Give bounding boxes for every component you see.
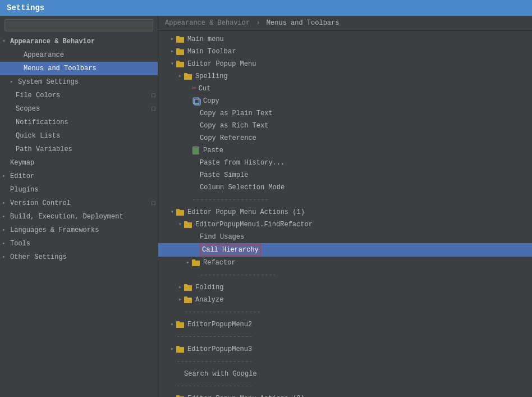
tree-row-copy-plain[interactable]: Copy as Plain Text [158,107,532,120]
sidebar-item-keymap[interactable]: Keymap [0,156,158,170]
tree-row-main-toolbar[interactable]: Main Toolbar [158,45,532,58]
svg-rect-7 [184,73,187,75]
breadcrumb: Appearance & Behavior › Menus and Toolba… [158,16,532,31]
sidebar-item-system-settings[interactable]: ▸ System Settings [0,75,158,89]
sidebar-item-quick-lists[interactable]: Quick Lists [0,129,158,143]
tree-row-column-selection[interactable]: Column Selection Mode [158,181,532,194]
sidebar-item-path-variables[interactable]: Path Variables [0,143,158,156]
arrow-refactor [184,257,192,268]
tree-row-call-hierarchy[interactable]: Call Hierarchy [158,243,532,257]
label-folding: Folding [195,282,223,293]
svg-rect-21 [184,296,187,299]
tree-row-copy-reference[interactable]: Copy Reference [158,132,532,144]
title-text: Settings [7,3,44,12]
svg-rect-3 [176,48,180,51]
arrow-editor-popup-menu [168,58,176,70]
label-editor-popup-actions2: Editor Popup Menu Actions (2) [187,393,305,397]
label-paste: Paste [203,145,223,156]
svg-rect-13 [176,209,180,211]
tree-row-editor-popup-actions2[interactable]: Editor Popup Menu Actions (2) [158,393,532,397]
tree-row-editor-popup-menu[interactable]: Editor Popup Menu [158,58,532,70]
arrow-editor-popup-menu3 [168,344,176,355]
label-cut: Cut [199,83,211,94]
arrow-spelling [176,71,184,82]
label-copy-rich: Copy as Rich Text [200,120,268,131]
sidebar-item-menus-toolbars[interactable]: Menus and Toolbars [0,62,158,75]
label-editor-popup-menu2: EditorPopupMenu2 [187,319,252,330]
tree-row-refactor[interactable]: Refactor [158,257,532,269]
label-main-toolbar: Main Toolbar [187,46,236,57]
breadcrumb-sep1: › [256,19,264,27]
paste-icon [192,146,201,155]
tree-row-copy-rich[interactable]: Copy as Rich Text [158,120,532,132]
copy-icon [192,97,201,106]
label-copy-plain: Copy as Plain Text [200,108,273,119]
label-editor-popup-menu: Editor Popup Menu [187,58,256,70]
label-spelling: Spelling [195,71,228,82]
tree-row-copy[interactable]: Copy [158,95,532,107]
sidebar-item-notifications[interactable]: Notifications [0,116,158,129]
folder-icon-main-menu [176,35,185,44]
tree-row-paste-simple[interactable]: Paste Simple [158,169,532,181]
sidebar-item-plugins[interactable]: Plugins [0,183,158,197]
arrow-system-settings: ▸ [10,76,18,88]
content-panel: Appearance & Behavior › Menus and Toolba… [158,16,532,397]
tree-row-search-google[interactable]: Search with Google [158,368,532,380]
arrow-main-toolbar [168,46,176,57]
tree-row-spelling[interactable]: Spelling [158,70,532,83]
sidebar-item-appearance[interactable]: Appearance [0,48,158,62]
tree-row-paste-history[interactable]: Paste from History... [158,157,532,169]
arrow-appearance-behavior: ▾ [2,36,10,47]
sidebar-item-build-execution[interactable]: ▸ Build, Execution, Deployment [0,210,158,223]
arrow-editor: ▸ [2,171,10,182]
label-notifications: Notifications [16,117,68,128]
sidebar-item-file-colors[interactable]: File Colors □ [0,89,158,102]
label-keymap: Keymap [10,157,34,168]
arrow-editor-popup-actions1 [168,207,176,218]
arrow-editor-popup-actions2 [168,393,176,397]
sidebar-tree: ▾ Appearance & Behavior Appearance Menus… [0,35,158,397]
arrow-languages-frameworks: ▸ [2,225,10,236]
sidebar-item-scopes[interactable]: Scopes □ [0,102,158,116]
tree-row-find-refactor[interactable]: EditorPopupMenu1.FindRefactor [158,218,532,231]
sidebar-item-version-control[interactable]: ▸ Version Control □ [0,197,158,210]
tree-row-analyze[interactable]: Analyze [158,294,532,306]
folder-icon-refactor [192,258,201,267]
tree-row-sep5: ------------------- [158,355,532,368]
tree-row-sep1: ------------------- [158,194,532,206]
label-quick-lists: Quick Lists [16,130,60,142]
arrow-main-menu [168,34,176,45]
folder-icon-main-toolbar [176,47,185,56]
folder-icon-folding [184,283,193,292]
arrow-version-control: ▸ [2,198,10,209]
tree-row-editor-popup-menu2[interactable]: EditorPopupMenu2 [158,318,532,331]
tree-row-editor-popup-menu3[interactable]: EditorPopupMenu3 [158,343,532,355]
sidebar-item-appearance-behavior[interactable]: ▾ Appearance & Behavior [0,35,158,48]
tree-row-folding[interactable]: Folding [158,281,532,294]
label-version-control: Version Control [10,198,71,209]
search-input[interactable] [4,19,153,31]
label-menus-toolbars: Menus and Toolbars [24,63,97,74]
folder-icon-editor-popup-menu2 [176,320,185,329]
sidebar-item-other-settings[interactable]: ▸ Other Settings [0,250,158,264]
sidebar-item-editor[interactable]: ▸ Editor [0,170,158,183]
svg-rect-19 [184,284,187,286]
tree-row-find-usages[interactable]: Find Usages [158,231,532,243]
label-paste-history: Paste from History... [200,157,285,168]
label-tools: Tools [10,238,30,249]
sidebar-item-languages-frameworks[interactable]: ▸ Languages & Frameworks [0,223,158,237]
arrow-build-execution: ▸ [2,211,10,222]
sidebar-item-tools[interactable]: ▸ Tools [0,237,158,250]
arrow-analyze [176,294,184,305]
label-path-variables: Path Variables [16,144,72,155]
tree-row-paste[interactable]: Paste [158,144,532,157]
label-scopes: Scopes [16,103,40,115]
tree-row-main-menu[interactable]: Main menu [158,33,532,45]
label-sep5: ------------------- [176,356,253,367]
label-plugins: Plugins [10,184,38,195]
tree-row-cut[interactable]: ✂ Cut [158,83,532,95]
tree-row-editor-popup-actions1[interactable]: Editor Popup Menu Actions (1) [158,206,532,218]
label-copy: Copy [203,95,219,107]
label-sep4: ------------------- [176,331,253,343]
arrow-other-settings: ▸ [2,252,10,263]
